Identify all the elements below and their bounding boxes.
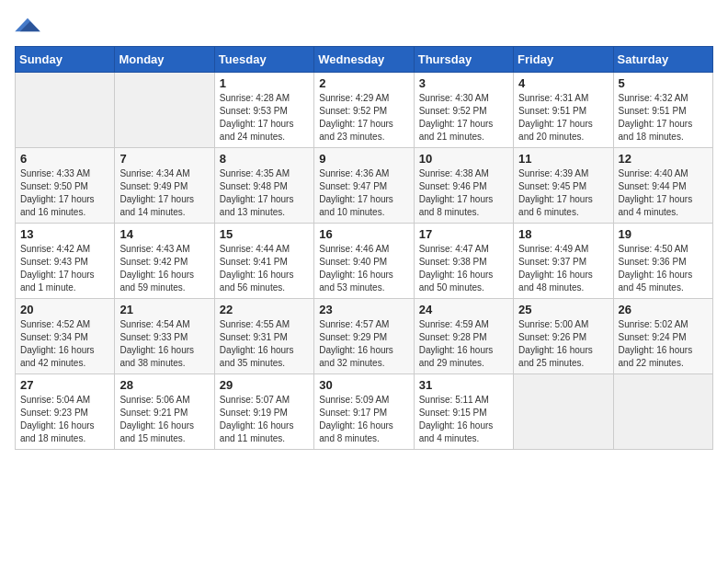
day-number: 18 — [518, 227, 608, 241]
day-number: 23 — [319, 303, 408, 316]
day-info: Sunrise: 4:28 AM Sunset: 9:53 PM Dayligh… — [220, 92, 309, 144]
calendar-table: SundayMondayTuesdayWednesdayThursdayFrid… — [15, 46, 713, 450]
calendar-cell: 4Sunrise: 4:31 AM Sunset: 9:51 PM Daylig… — [514, 73, 613, 148]
day-number: 3 — [419, 76, 508, 90]
day-info: Sunrise: 5:02 AM Sunset: 9:24 PM Dayligh… — [619, 318, 708, 370]
day-number: 5 — [619, 76, 708, 90]
calendar-cell: 9Sunrise: 4:36 AM Sunset: 9:47 PM Daylig… — [314, 148, 414, 224]
day-number: 8 — [220, 152, 309, 166]
day-number: 1 — [220, 76, 309, 90]
day-info: Sunrise: 5:00 AM Sunset: 9:26 PM Dayligh… — [518, 318, 608, 370]
day-info: Sunrise: 4:33 AM Sunset: 9:50 PM Dayligh… — [20, 167, 109, 219]
weekday-wednesday: Wednesday — [314, 47, 414, 73]
calendar-cell: 7Sunrise: 4:34 AM Sunset: 9:49 PM Daylig… — [115, 148, 214, 224]
calendar-cell: 13Sunrise: 4:42 AM Sunset: 9:43 PM Dayli… — [16, 224, 115, 299]
week-row-5: 27Sunrise: 5:04 AM Sunset: 9:23 PM Dayli… — [16, 374, 713, 450]
calendar-cell: 12Sunrise: 4:40 AM Sunset: 9:44 PM Dayli… — [613, 148, 712, 224]
calendar-cell: 28Sunrise: 5:06 AM Sunset: 9:21 PM Dayli… — [115, 374, 214, 450]
calendar-cell: 20Sunrise: 4:52 AM Sunset: 9:34 PM Dayli… — [16, 299, 115, 374]
day-number: 10 — [419, 152, 508, 166]
calendar-cell — [16, 73, 115, 148]
weekday-saturday: Saturday — [613, 47, 712, 73]
day-info: Sunrise: 4:57 AM Sunset: 9:29 PM Dayligh… — [319, 318, 408, 370]
weekday-header-row: SundayMondayTuesdayWednesdayThursdayFrid… — [16, 47, 713, 73]
calendar-cell: 5Sunrise: 4:32 AM Sunset: 9:51 PM Daylig… — [613, 73, 712, 148]
logo-icon — [15, 15, 40, 35]
day-info: Sunrise: 5:06 AM Sunset: 9:21 PM Dayligh… — [119, 394, 209, 445]
calendar-cell: 25Sunrise: 5:00 AM Sunset: 9:26 PM Dayli… — [514, 299, 613, 374]
day-number: 20 — [20, 303, 109, 316]
weekday-monday: Monday — [115, 47, 214, 73]
day-number: 4 — [518, 76, 608, 90]
calendar-cell: 3Sunrise: 4:30 AM Sunset: 9:52 PM Daylig… — [414, 73, 513, 148]
day-info: Sunrise: 4:43 AM Sunset: 9:42 PM Dayligh… — [119, 243, 209, 294]
day-number: 15 — [220, 227, 309, 241]
day-number: 13 — [20, 227, 109, 241]
day-number: 12 — [619, 152, 708, 166]
week-row-2: 6Sunrise: 4:33 AM Sunset: 9:50 PM Daylig… — [16, 148, 713, 224]
day-number: 17 — [419, 227, 508, 241]
day-number: 30 — [319, 378, 408, 392]
calendar-cell: 2Sunrise: 4:29 AM Sunset: 9:52 PM Daylig… — [314, 73, 414, 148]
day-number: 29 — [220, 378, 309, 392]
calendar-cell: 16Sunrise: 4:46 AM Sunset: 9:40 PM Dayli… — [314, 224, 414, 299]
day-info: Sunrise: 4:36 AM Sunset: 9:47 PM Dayligh… — [319, 167, 408, 219]
calendar-cell: 26Sunrise: 5:02 AM Sunset: 9:24 PM Dayli… — [613, 299, 712, 374]
day-info: Sunrise: 5:04 AM Sunset: 9:23 PM Dayligh… — [20, 394, 109, 445]
calendar-cell: 27Sunrise: 5:04 AM Sunset: 9:23 PM Dayli… — [16, 374, 115, 450]
day-info: Sunrise: 4:38 AM Sunset: 9:46 PM Dayligh… — [419, 167, 508, 219]
day-number: 25 — [518, 303, 608, 316]
day-info: Sunrise: 4:30 AM Sunset: 9:52 PM Dayligh… — [419, 92, 508, 144]
day-info: Sunrise: 4:44 AM Sunset: 9:41 PM Dayligh… — [220, 243, 309, 294]
day-number: 14 — [119, 227, 209, 241]
weekday-tuesday: Tuesday — [214, 47, 313, 73]
day-number: 22 — [220, 303, 309, 316]
day-info: Sunrise: 5:07 AM Sunset: 9:19 PM Dayligh… — [220, 394, 309, 445]
day-info: Sunrise: 4:39 AM Sunset: 9:45 PM Dayligh… — [518, 167, 608, 219]
calendar-cell: 15Sunrise: 4:44 AM Sunset: 9:41 PM Dayli… — [214, 224, 313, 299]
calendar-cell — [613, 374, 712, 450]
day-info: Sunrise: 4:32 AM Sunset: 9:51 PM Dayligh… — [619, 92, 708, 144]
week-row-3: 13Sunrise: 4:42 AM Sunset: 9:43 PM Dayli… — [16, 224, 713, 299]
calendar-cell: 8Sunrise: 4:35 AM Sunset: 9:48 PM Daylig… — [214, 148, 313, 224]
day-info: Sunrise: 4:50 AM Sunset: 9:36 PM Dayligh… — [619, 243, 708, 294]
day-info: Sunrise: 5:09 AM Sunset: 9:17 PM Dayligh… — [319, 394, 408, 445]
day-number: 28 — [119, 378, 209, 392]
day-info: Sunrise: 4:55 AM Sunset: 9:31 PM Dayligh… — [220, 318, 309, 370]
day-number: 31 — [419, 378, 508, 392]
day-info: Sunrise: 4:46 AM Sunset: 9:40 PM Dayligh… — [319, 243, 408, 294]
calendar-cell: 23Sunrise: 4:57 AM Sunset: 9:29 PM Dayli… — [314, 299, 414, 374]
calendar-cell: 11Sunrise: 4:39 AM Sunset: 9:45 PM Dayli… — [514, 148, 613, 224]
day-number: 27 — [20, 378, 109, 392]
calendar-cell: 22Sunrise: 4:55 AM Sunset: 9:31 PM Dayli… — [214, 299, 313, 374]
calendar-cell: 14Sunrise: 4:43 AM Sunset: 9:42 PM Dayli… — [115, 224, 214, 299]
day-info: Sunrise: 5:11 AM Sunset: 9:15 PM Dayligh… — [419, 394, 508, 445]
calendar-cell: 1Sunrise: 4:28 AM Sunset: 9:53 PM Daylig… — [214, 73, 313, 148]
calendar-cell: 17Sunrise: 4:47 AM Sunset: 9:38 PM Dayli… — [414, 224, 513, 299]
day-info: Sunrise: 4:52 AM Sunset: 9:34 PM Dayligh… — [20, 318, 109, 370]
day-number: 16 — [319, 227, 408, 241]
weekday-thursday: Thursday — [414, 47, 513, 73]
day-info: Sunrise: 4:54 AM Sunset: 9:33 PM Dayligh… — [119, 318, 209, 370]
day-number: 11 — [518, 152, 608, 166]
day-info: Sunrise: 4:35 AM Sunset: 9:48 PM Dayligh… — [220, 167, 309, 219]
day-number: 2 — [319, 76, 408, 90]
week-row-1: 1Sunrise: 4:28 AM Sunset: 9:53 PM Daylig… — [16, 73, 713, 148]
day-number: 9 — [319, 152, 408, 166]
calendar-cell: 31Sunrise: 5:11 AM Sunset: 9:15 PM Dayli… — [414, 374, 513, 450]
calendar-cell: 6Sunrise: 4:33 AM Sunset: 9:50 PM Daylig… — [16, 148, 115, 224]
calendar-cell: 24Sunrise: 4:59 AM Sunset: 9:28 PM Dayli… — [414, 299, 513, 374]
day-number: 26 — [619, 303, 708, 316]
week-row-4: 20Sunrise: 4:52 AM Sunset: 9:34 PM Dayli… — [16, 299, 713, 374]
weekday-sunday: Sunday — [16, 47, 115, 73]
calendar-cell — [115, 73, 214, 148]
calendar-cell: 21Sunrise: 4:54 AM Sunset: 9:33 PM Dayli… — [115, 299, 214, 374]
calendar-cell: 29Sunrise: 5:07 AM Sunset: 9:19 PM Dayli… — [214, 374, 313, 450]
logo — [15, 15, 44, 35]
day-info: Sunrise: 4:59 AM Sunset: 9:28 PM Dayligh… — [419, 318, 508, 370]
day-number: 6 — [20, 152, 109, 166]
calendar-cell: 10Sunrise: 4:38 AM Sunset: 9:46 PM Dayli… — [414, 148, 513, 224]
day-info: Sunrise: 4:49 AM Sunset: 9:37 PM Dayligh… — [518, 243, 608, 294]
day-number: 7 — [119, 152, 209, 166]
day-info: Sunrise: 4:40 AM Sunset: 9:44 PM Dayligh… — [619, 167, 708, 219]
